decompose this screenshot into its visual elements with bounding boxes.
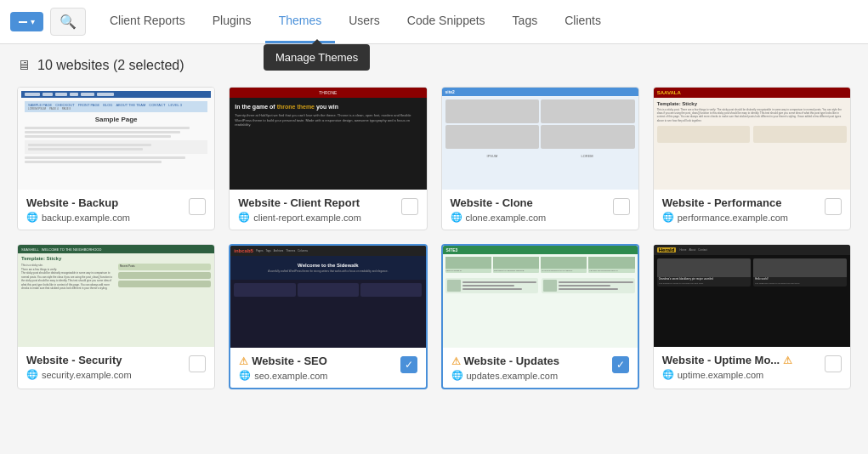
tab-code-snippets[interactable]: Code Snippets [394, 0, 499, 43]
website-url: 🌐 clone.example.com [451, 212, 547, 223]
website-card-seo: inbcab5 PagesTagsArchivesThemesColumns W… [229, 244, 427, 389]
warning-icon: ⚠ [239, 355, 248, 367]
chevron-down-icon: ▾ [31, 17, 35, 26]
website-checkbox-backup[interactable] [189, 198, 206, 215]
website-url: 🌐 uptime.example.com [662, 369, 796, 380]
tab-plugins[interactable]: Plugins [199, 0, 265, 43]
tab-clients[interactable]: Clients [551, 0, 615, 43]
website-card-clone: site2 IPSUM LOREM Website - Clone � [441, 87, 639, 230]
websites-grid: SAMPLE PAGECHECKOUTFRONT PAGEBLOGABOUT T… [17, 87, 851, 389]
themes-tooltip: Manage Themes [264, 44, 370, 71]
website-name: Website - Uptime Mo...⚠ [662, 354, 796, 366]
tab-themes[interactable]: Themes [265, 0, 336, 43]
website-checkbox-seo[interactable] [400, 356, 417, 373]
thumbnail-backup: SAMPLE PAGECHECKOUTFRONT PAGEBLOGABOUT T… [18, 88, 214, 190]
website-card-performance: SAAVALA Template: Sticky This is a stick… [653, 87, 851, 230]
globe-icon: 🌐 [451, 370, 463, 381]
top-nav: ▾ 🔍 Client Reports Plugins Themes Users … [0, 0, 868, 44]
website-name: Website - Backup [26, 196, 130, 209]
thumbnail-security: SEASHELL WELCOME TO THE NEIGHBORHOOD Tem… [18, 245, 214, 347]
globe-icon: 🌐 [451, 212, 462, 223]
search-icon: 🔍 [60, 14, 77, 29]
main-nav: Client Reports Plugins Themes Users Code… [96, 0, 615, 43]
globe-icon: 🌐 [238, 212, 250, 223]
website-url: 🌐 performance.example.com [662, 212, 788, 223]
website-checkbox-updates[interactable] [612, 356, 629, 373]
website-card-client-report: THRONE In the game of throne theme you w… [229, 87, 427, 230]
website-name: Website - Performance [662, 196, 788, 209]
globe-icon: 🌐 [26, 369, 38, 380]
website-url: 🌐 client-report.example.com [238, 212, 361, 223]
thumbnail-uptime: Herald HomeAboutContact Grandma's secret… [654, 245, 850, 347]
thumbnail-performance: SAAVALA Template: Sticky This is a stick… [654, 88, 850, 190]
website-name: Website - Clone [451, 196, 547, 209]
search-button[interactable]: 🔍 [50, 8, 86, 36]
websites-icon: 🖥 [17, 58, 31, 73]
website-url: 🌐 backup.example.com [26, 212, 130, 223]
website-card-uptime: Herald HomeAboutContact Grandma's secret… [653, 244, 851, 389]
logo-button[interactable]: ▾ [10, 12, 43, 31]
tab-users[interactable]: Users [335, 0, 394, 43]
website-name: ⚠Website - SEO [239, 355, 327, 367]
tab-tags[interactable]: Tags [499, 0, 552, 43]
globe-icon: 🌐 [662, 212, 674, 223]
website-url: 🌐 updates.example.com [451, 370, 559, 381]
globe-icon: 🌐 [26, 212, 38, 223]
warning-icon: ⚠ [451, 355, 461, 367]
thumbnail-clone: site2 IPSUM LOREM [442, 88, 638, 190]
page-title: 10 websites (2 selected) [37, 58, 184, 73]
thumbnail-client-report: THRONE In the game of throne theme you w… [230, 88, 426, 190]
website-url: 🌐 security.example.com [26, 369, 132, 380]
website-name: Website - Client Report [238, 196, 361, 209]
tab-client-reports[interactable]: Client Reports [96, 0, 199, 43]
globe-icon: 🌐 [239, 370, 251, 381]
globe-icon: 🌐 [662, 369, 674, 380]
website-card-backup: SAMPLE PAGECHECKOUTFRONT PAGEBLOGABOUT T… [17, 87, 215, 230]
website-card-updates: SITE3 HELLO WORLD GRANDMA'S SECRET RECIP… [441, 244, 639, 389]
website-url: 🌐 seo.example.com [239, 370, 327, 381]
website-name: ⚠Website - Updates [451, 355, 559, 367]
website-checkbox-client-report[interactable] [401, 198, 418, 215]
website-checkbox-clone[interactable] [613, 198, 630, 215]
website-name: Website - Security [26, 354, 132, 366]
page-header: 🖥 10 websites (2 selected) [17, 58, 851, 73]
website-checkbox-uptime[interactable] [825, 355, 842, 372]
website-checkbox-performance[interactable] [825, 198, 842, 215]
website-card-security: SEASHELL WELCOME TO THE NEIGHBORHOOD Tem… [17, 244, 215, 389]
thumbnail-updates: SITE3 HELLO WORLD GRANDMA'S SECRET RECIP… [443, 246, 638, 348]
website-checkbox-security[interactable] [189, 355, 206, 372]
thumbnail-seo: inbcab5 PagesTagsArchivesThemesColumns W… [230, 246, 425, 348]
warning-icon: ⚠ [783, 355, 792, 366]
